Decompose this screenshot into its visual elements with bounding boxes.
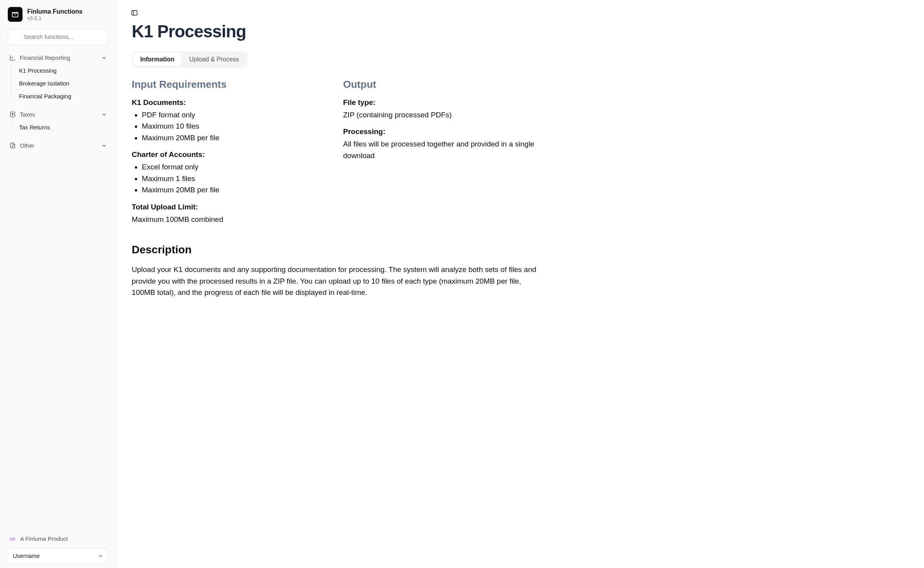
total-limit-heading: Total Upload Limit:: [132, 203, 334, 211]
list-item: PDF format only: [142, 109, 334, 120]
total-limit-body: Maximum 100MB combined: [132, 214, 334, 225]
tab-group: Information Upload & Process: [132, 51, 248, 68]
sidebar-item-k1-processing[interactable]: K1 Processing: [11, 64, 111, 77]
sidebar-footer: A Finluma Product Username: [4, 531, 113, 564]
search-input[interactable]: [8, 29, 109, 45]
processing-label: Processing:: [343, 127, 540, 136]
output-section: Output File type: ZIP (containing proces…: [343, 78, 540, 225]
dollar-file-icon: [9, 111, 16, 118]
product-line: A Finluma Product: [8, 531, 109, 546]
toggle-sidebar-button[interactable]: [129, 7, 140, 19]
description-body: Upload your K1 documents and any support…: [132, 264, 540, 298]
k1-documents-list: PDF format only Maximum 10 files Maximum…: [132, 109, 334, 143]
processing-value: All files will be processed together and…: [343, 138, 540, 161]
nav-group-label: Taxes: [20, 111, 97, 118]
nav-group-financial-reporting[interactable]: Financial Reporting: [5, 51, 111, 64]
sidebar-nav: Financial Reporting K1 Processing Broker…: [4, 51, 113, 531]
main-content: K1 Processing Information Upload & Proce…: [117, 0, 924, 568]
chevron-up-icon: [98, 553, 104, 559]
nav-group-taxes[interactable]: Taxes: [5, 108, 111, 121]
charter-list: Excel format only Maximum 1 files Maximu…: [132, 161, 334, 195]
app-logo: [8, 7, 23, 22]
username-label: Username: [13, 552, 40, 559]
chevron-down-icon: [101, 55, 107, 61]
tab-upload-process[interactable]: Upload & Process: [182, 53, 246, 66]
svg-rect-3: [132, 10, 137, 15]
chevron-down-icon: [101, 112, 107, 118]
k1-documents-heading: K1 Documents:: [132, 98, 334, 107]
user-menu-button[interactable]: Username: [8, 548, 109, 563]
file-type-label: File type:: [343, 98, 540, 107]
charter-heading: Charter of Accounts:: [132, 150, 334, 159]
file-icon: [9, 142, 16, 149]
tab-information[interactable]: Information: [133, 53, 181, 66]
description-heading: Description: [132, 244, 540, 256]
wave-icon: [9, 535, 16, 542]
sidebar-item-brokerage-isolation[interactable]: Brokerage Isolation: [11, 77, 111, 90]
list-item: Maximum 20MB per file: [142, 132, 334, 143]
sidebar: Finluma Functions v3.0.1: [0, 0, 117, 568]
input-requirements-heading: Input Requirements: [132, 78, 334, 91]
list-item: Maximum 20MB per file: [142, 184, 334, 195]
bar-chart-icon: [9, 54, 16, 61]
archive-icon: [11, 10, 19, 18]
page-title: K1 Processing: [132, 22, 540, 41]
product-line-text: A Finluma Product: [20, 535, 68, 542]
list-item: Maximum 10 files: [142, 120, 334, 132]
sidebar-item-tax-returns[interactable]: Tax Returns: [11, 121, 111, 134]
app-name: Finluma Functions: [27, 8, 82, 15]
nav-group-label: Financial Reporting: [20, 54, 97, 61]
list-item: Maximum 1 files: [142, 173, 334, 184]
sidebar-header: Finluma Functions v3.0.1: [4, 7, 113, 27]
panel-left-icon: [131, 9, 138, 16]
nav-group-other[interactable]: Other: [5, 139, 111, 152]
chevron-down-icon: [101, 143, 107, 149]
input-requirements-section: Input Requirements K1 Documents: PDF for…: [132, 78, 334, 225]
list-item: Excel format only: [142, 161, 334, 172]
nav-group-label: Other: [20, 142, 97, 149]
app-version: v3.0.1: [27, 15, 82, 21]
file-type-value: ZIP (containing processed PDFs): [343, 109, 540, 120]
sidebar-item-financial-packaging[interactable]: Financial Packaging: [11, 90, 111, 103]
output-heading: Output: [343, 78, 540, 91]
